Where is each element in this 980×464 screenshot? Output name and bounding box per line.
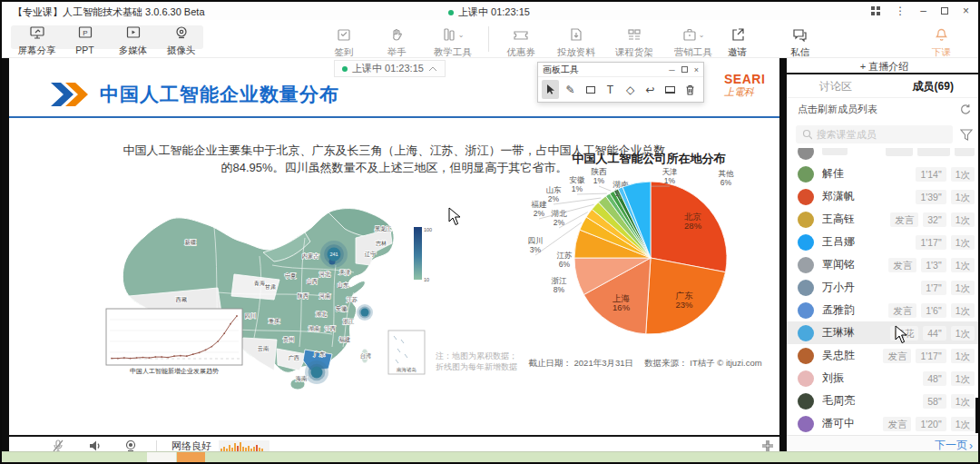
pie-pct: 2% — [548, 194, 560, 203]
screen-share-button[interactable]: 屏幕分享 — [13, 23, 61, 57]
time-badge: 48" — [923, 371, 946, 386]
member-row[interactable]: 万小丹 1'7"1次 — [787, 276, 980, 299]
member-row[interactable]: 孟雅韵 发言1'6"1次 — [787, 299, 980, 321]
refresh-icon[interactable] — [958, 104, 971, 116]
teaching-tools-icon: ⌄ — [442, 25, 465, 44]
member-row[interactable]: 刘振 48"1次 — [787, 367, 980, 390]
member-row[interactable]: 王高钰 发言32"1次 — [787, 208, 980, 231]
avatar — [798, 234, 814, 251]
time-badge: 1'14" — [916, 167, 946, 182]
live-intro-link[interactable]: + 直播介绍 — [787, 58, 980, 74]
panel-close-icon[interactable]: × — [694, 65, 699, 74]
refresh-members-row[interactable]: 点击刷新成员列表 — [787, 98, 980, 121]
microphone-muted-button[interactable] — [40, 439, 76, 452]
pen-tool[interactable]: ✎ — [562, 80, 579, 99]
member-search-input[interactable] — [796, 125, 953, 143]
bubble-inner — [311, 367, 323, 379]
pie-label: 浙江 — [552, 276, 568, 285]
sign-in-button[interactable]: 签到 — [321, 25, 367, 59]
clear-trash-tool[interactable] — [681, 80, 699, 99]
text-tool[interactable]: T — [602, 80, 619, 99]
avatar — [798, 189, 814, 205]
floating-class-timer[interactable]: 上课中 01:23:15 — [334, 60, 446, 77]
tab-members[interactable]: 成员(69) — [885, 74, 980, 97]
webcam-button[interactable]: 摄像头 — [157, 23, 205, 57]
province-label: 山东 — [338, 281, 348, 288]
member-badges: 1'7"1次 — [921, 281, 975, 295]
select-tool[interactable] — [542, 80, 559, 99]
speak-badge: 发言 — [888, 303, 916, 318]
member-row[interactable]: 毛周亮 58"1次 — [787, 390, 980, 412]
panel-restore-icon[interactable] — [681, 65, 688, 74]
pie-label: 其他 — [719, 169, 735, 178]
camera-button[interactable] — [113, 439, 149, 452]
member-name: 覃闻铭 — [822, 257, 888, 272]
private-message-button[interactable]: 私信 — [776, 25, 824, 59]
panel-title: 画板工具 — [543, 64, 662, 76]
collapse-chevron-icon[interactable] — [428, 66, 437, 72]
province-label: 宁夏 — [285, 272, 296, 280]
member-row[interactable]: 解佳 1'14"1次 — [787, 163, 980, 185]
speaker-button[interactable] — [76, 439, 113, 452]
teaching-tools-button[interactable]: ⌄ 教学工具 — [426, 25, 479, 59]
board-tool[interactable] — [662, 80, 679, 99]
avatar — [798, 325, 814, 341]
province-label: 湖北 — [316, 311, 328, 318]
chat-bubbles-icon — [792, 25, 808, 44]
member-row[interactable]: 覃闻铭 发言1'3"1次 — [787, 253, 980, 276]
pie-pct: 28% — [684, 221, 702, 231]
province-label: 重庆 — [269, 318, 280, 324]
province-label: 贵州 — [283, 336, 294, 343]
end-class-button[interactable]: 下课 — [917, 25, 965, 59]
invite-button[interactable]: 邀请 — [713, 25, 761, 59]
speak-badge: 发言 — [883, 417, 911, 431]
trend-inset-chart: 中国人工智能新增企业发展趋势 — [106, 309, 242, 375]
next-page-chevron-icon[interactable]: › — [969, 439, 973, 452]
pie-pct: 6% — [720, 178, 732, 187]
minimize-button[interactable]: – — [920, 4, 926, 18]
filter-funnel-icon[interactable] — [960, 129, 973, 141]
multimedia-button[interactable]: 多媒体 — [109, 23, 157, 57]
member-name: 毛周亮 — [822, 393, 923, 409]
undo-tool[interactable]: ↩ — [642, 80, 659, 99]
pie-label: 天津 — [662, 167, 678, 176]
rectangle-tool[interactable] — [582, 80, 599, 99]
document-arrow-icon — [569, 25, 583, 44]
member-row[interactable]: 王琳琳 献花44"1次 — [787, 321, 980, 344]
province-label: 云南 — [258, 345, 270, 351]
course-shelf-button[interactable]: 课程货架 — [609, 25, 660, 59]
province-label: 辽宁 — [365, 251, 377, 257]
province-label: 黑龙江 — [375, 225, 392, 232]
member-row[interactable]: 郑潇帆 1'39"1次 — [787, 185, 980, 208]
avatar — [798, 280, 814, 296]
panel-minimize-icon[interactable]: ─ — [669, 65, 674, 74]
member-row[interactable]: 潘可中 发言1'20"1次 — [787, 412, 980, 433]
time-badge: 1'3" — [921, 258, 946, 272]
member-name: 万小丹 — [822, 280, 921, 295]
ppt-button[interactable]: P PPT — [61, 23, 109, 57]
share-square-icon — [730, 25, 745, 44]
member-list-scrollbar[interactable] — [975, 398, 980, 433]
chevron-down-icon: ⌄ — [458, 31, 465, 39]
push-materials-button[interactable]: 投放资料 — [551, 25, 602, 59]
bubble-inner — [361, 309, 369, 317]
province-label: 安徽 — [336, 305, 348, 312]
more-menu-icon[interactable]: ⋮ — [895, 4, 906, 18]
trend-caption: 中国人工智能新增企业发展趋势 — [130, 367, 219, 375]
eraser-tool[interactable]: ◇ — [622, 80, 639, 99]
raise-hand-button[interactable]: 举手 — [374, 25, 419, 59]
restore-button[interactable] — [941, 7, 948, 15]
time-badge: 44" — [923, 326, 946, 341]
coupon-button[interactable]: 优惠券 — [498, 25, 544, 59]
member-row-partial[interactable] — [787, 148, 980, 163]
layout-grid-icon[interactable] — [871, 6, 875, 10]
member-row[interactable]: 吴忠胜 发言1'17"1次 — [787, 344, 980, 367]
province-label: 天津 — [339, 269, 350, 276]
marketing-tools-button[interactable]: ⌄ 营销工具 — [667, 25, 720, 59]
pie-pct: 2% — [534, 209, 545, 218]
count-badge: 1次 — [951, 303, 975, 318]
member-row[interactable]: 王吕娜 1'17"1次 — [787, 231, 980, 253]
close-button[interactable]: × — [963, 4, 969, 18]
tab-discussion[interactable]: 讨论区 — [787, 74, 885, 97]
province-label: 河北 — [319, 271, 331, 278]
